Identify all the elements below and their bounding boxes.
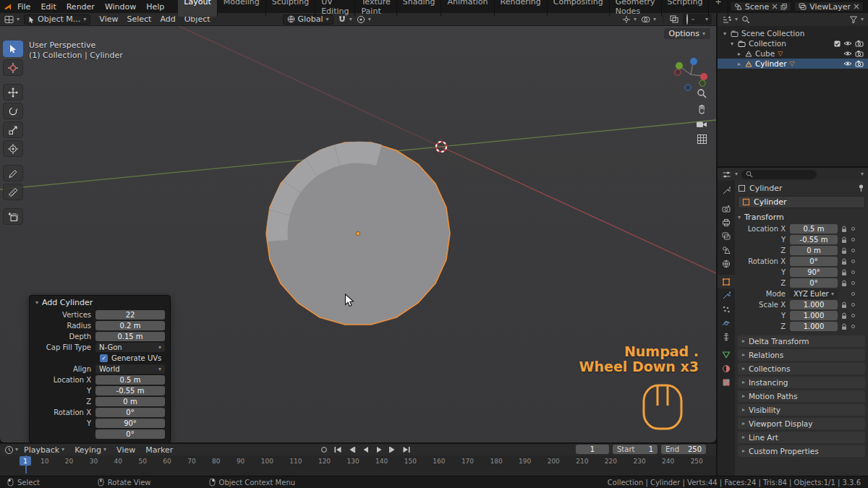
axis-y-neg-ball[interactable]: [699, 80, 705, 86]
blender-logo-icon[interactable]: [4, 2, 11, 12]
animate-dot[interactable]: [851, 238, 855, 241]
tab-render[interactable]: [718, 202, 734, 215]
tool-3d-cursor[interactable]: [3, 59, 23, 76]
topbar-menu-item[interactable]: Help: [141, 2, 169, 12]
lock-icon[interactable]: [841, 323, 847, 330]
rotation-z-field[interactable]: 0°: [95, 429, 165, 439]
outliner-editor-icon[interactable]: [722, 16, 731, 24]
rotation-x-field[interactable]: 0°: [95, 408, 165, 417]
cap-fill-dropdown[interactable]: N-Gon▾: [95, 343, 165, 352]
frame-end-field[interactable]: End 250: [661, 445, 706, 454]
animate-dot[interactable]: [851, 325, 855, 328]
workspace-tab[interactable]: Texture Paint: [355, 0, 396, 17]
scale-value-field[interactable]: 1.000: [790, 300, 838, 309]
location-z-field[interactable]: 0 m: [95, 397, 165, 406]
lock-icon[interactable]: [841, 226, 847, 233]
tool-measure[interactable]: [3, 184, 23, 200]
viewlayer-selector[interactable]: ViewLayer: [794, 1, 864, 12]
collapsed-panel-section[interactable]: ▸ Line Art: [738, 432, 865, 443]
viewport-menu-item[interactable]: View: [95, 14, 122, 24]
tab-world[interactable]: [718, 257, 734, 270]
location-value-field[interactable]: -0.55 m: [790, 235, 838, 244]
unlink-icon[interactable]: [772, 4, 778, 9]
hide-eye-icon[interactable]: [843, 40, 852, 47]
workspace-tab[interactable]: Geometry Nodes: [610, 0, 662, 17]
hide-eye-icon[interactable]: [843, 50, 852, 57]
render-camera-icon[interactable]: [855, 60, 864, 67]
editor-type-button[interactable]: ▾: [4, 15, 20, 24]
tool-add-primitive[interactable]: [3, 208, 23, 225]
keying-menu[interactable]: Keying▾: [70, 445, 111, 455]
previous-keyframe-button[interactable]: [346, 445, 357, 455]
tab-output[interactable]: [718, 215, 734, 229]
outliner-row-object[interactable]: ▸ Cube ▽: [718, 48, 868, 59]
rotation-mode-dropdown[interactable]: XYZ Euler ▾: [790, 289, 838, 299]
workspace-tab[interactable]: Rendering: [495, 0, 548, 17]
lock-icon[interactable]: [841, 301, 847, 309]
location-x-field[interactable]: 0.5 m: [95, 375, 165, 385]
workspace-tab[interactable]: Animation: [441, 0, 494, 17]
pin-icon[interactable]: [857, 184, 865, 192]
expand-icon[interactable]: ▾: [729, 40, 735, 47]
tool-move[interactable]: [3, 84, 23, 100]
workspace-tab[interactable]: Layout: [178, 0, 217, 17]
rotation-value-field[interactable]: 90°: [790, 267, 838, 277]
scale-value-field[interactable]: 1.000: [790, 322, 838, 331]
tab-tool[interactable]: [718, 184, 734, 197]
workspace-tab[interactable]: Scripting: [662, 0, 710, 17]
animate-dot[interactable]: [851, 303, 855, 307]
hide-eye-icon[interactable]: [843, 60, 852, 67]
animate-dot[interactable]: [851, 314, 855, 317]
current-frame-badge[interactable]: 1: [20, 456, 31, 466]
render-camera-icon[interactable]: [855, 40, 864, 47]
camera-view-icon[interactable]: [696, 120, 707, 129]
jump-to-end-button[interactable]: [401, 445, 412, 455]
collapsed-panel-section[interactable]: ▸ Motion Paths: [738, 390, 865, 402]
scale-value-field[interactable]: 1.000: [790, 311, 838, 320]
location-y-field[interactable]: -0.55 m: [95, 386, 165, 395]
timeline-editor-icon[interactable]: [4, 445, 14, 455]
collapsed-panel-section[interactable]: ▸ Instancing: [738, 377, 865, 388]
expand-icon[interactable]: ▾: [722, 30, 728, 37]
animate-dot[interactable]: [851, 227, 855, 231]
viewport-menu-item[interactable]: Select: [122, 14, 156, 24]
workspace-tab[interactable]: UV Editing: [315, 0, 355, 17]
scene-selector[interactable]: Scene: [730, 1, 792, 12]
search-icon[interactable]: [741, 15, 750, 24]
play-reverse-button[interactable]: [359, 445, 371, 455]
animate-dot[interactable]: [851, 270, 855, 274]
tab-material[interactable]: [718, 361, 734, 375]
timeline-ruler[interactable]: 1020304050607080901001101201301401501601…: [0, 455, 716, 476]
collapsed-panel-section[interactable]: ▸ Relations: [738, 349, 865, 361]
location-value-field[interactable]: 0.5 m: [790, 224, 838, 234]
view-menu[interactable]: View: [112, 445, 140, 455]
expand-icon[interactable]: ▸: [736, 51, 742, 57]
topbar-menu-item[interactable]: Render: [61, 2, 100, 12]
axis-x-ball[interactable]: [700, 73, 707, 80]
tool-annotate[interactable]: [3, 165, 23, 181]
collapsed-panel-section[interactable]: ▸ Collections: [738, 363, 865, 374]
cylinder-object[interactable]: [257, 132, 459, 335]
axis-z-ball[interactable]: [690, 58, 697, 65]
topbar-menu-item[interactable]: Edit: [35, 2, 61, 12]
tab-scene[interactable]: [718, 243, 734, 257]
animate-dot[interactable]: [851, 281, 855, 285]
tab-object-data[interactable]: [718, 348, 734, 361]
animate-dot[interactable]: [851, 260, 855, 263]
rotation-value-field[interactable]: 0°: [790, 278, 838, 288]
workspace-tab[interactable]: Modeling: [218, 0, 266, 17]
breadcrumb-object-name[interactable]: Cylinder: [749, 184, 783, 193]
lock-icon[interactable]: [841, 269, 847, 276]
lock-icon[interactable]: [841, 236, 847, 244]
next-keyframe-button[interactable]: [387, 445, 399, 455]
tool-scale[interactable]: [3, 121, 23, 138]
outliner-row-collection[interactable]: ▾ Collection: [718, 38, 868, 48]
current-frame-field[interactable]: 1: [576, 445, 609, 454]
outliner-filter-button[interactable]: ▾: [849, 15, 864, 24]
rotation-y-field[interactable]: 90°: [95, 419, 165, 428]
mode-dropdown[interactable]: Object M... ▾: [24, 14, 90, 25]
outliner-row-object-selected[interactable]: ▸ Cylinder ▽: [718, 59, 868, 69]
lock-icon[interactable]: [841, 312, 847, 320]
depth-field[interactable]: 0.15 m: [95, 332, 165, 341]
outliner-row-scene-collection[interactable]: ▾ Scene Collection: [718, 28, 868, 38]
